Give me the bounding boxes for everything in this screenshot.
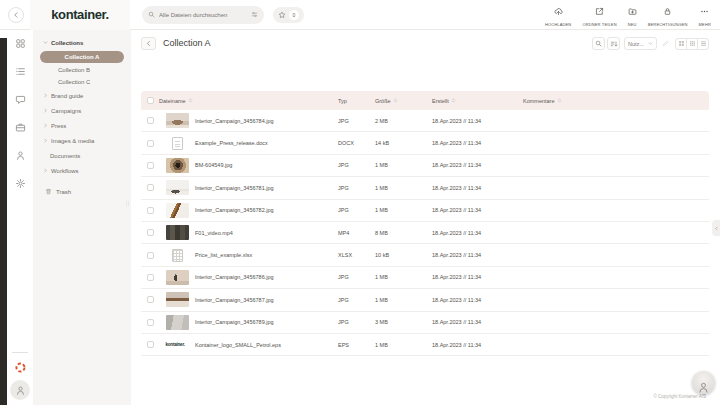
- column-header-dateiname[interactable]: Dateiname: [159, 98, 338, 104]
- sort-button[interactable]: [607, 37, 620, 50]
- edit-icon[interactable]: [662, 40, 669, 47]
- file-type: JPG: [338, 274, 375, 280]
- file-created: 18.Apr.2023 // 11:34: [432, 252, 523, 258]
- view-list-button[interactable]: [697, 38, 709, 50]
- collapsed-panel-strip[interactable]: [0, 38, 7, 405]
- row-checkbox[interactable]: [147, 274, 154, 281]
- file-size: 10 kB: [375, 252, 432, 258]
- column-header-groesse[interactable]: Größe: [375, 98, 432, 104]
- grid-large-icon: [678, 40, 685, 47]
- folder-plus-icon: [628, 2, 637, 20]
- row-checkbox[interactable]: [147, 117, 154, 124]
- sort-arrows-icon: [188, 98, 193, 103]
- list-view-icon[interactable]: [15, 66, 26, 77]
- sidebar-item-brand-guide[interactable]: Brand guide: [33, 88, 131, 103]
- usage-filter-dropdown[interactable]: Nutz...: [624, 37, 657, 50]
- row-checkbox[interactable]: [147, 252, 154, 259]
- row-checkbox[interactable]: [147, 319, 154, 326]
- column-header-erstellt[interactable]: Erstellt: [432, 98, 523, 104]
- file-name: Interior_Campaign_3456781.jpg: [195, 185, 338, 191]
- xlsx-thumbnail: [172, 249, 183, 262]
- star-icon: [278, 11, 286, 19]
- table-row[interactable]: Interior_Campaign_3456786.jpg JPG 1 MB 1…: [141, 267, 709, 289]
- table-row[interactable]: Interior_Campaign_3456784.jpg JPG 2 MB 1…: [141, 110, 709, 132]
- video-thumbnail: [166, 225, 189, 240]
- search-in-folder-button[interactable]: [592, 37, 605, 50]
- view-toggle-group: [675, 38, 709, 50]
- sofa-thumbnail: [166, 113, 189, 128]
- row-checkbox[interactable]: [147, 341, 154, 348]
- file-size: 1 MB: [375, 185, 432, 191]
- settings-gear-icon[interactable]: [15, 178, 26, 189]
- comments-icon[interactable]: [15, 94, 26, 105]
- table-row[interactable]: BM-604549.jpg JPG 1 MB 18.Apr.2023 // 11…: [141, 155, 709, 177]
- filter-sliders-icon[interactable]: [251, 11, 258, 18]
- global-search[interactable]: [142, 6, 264, 24]
- row-checkbox[interactable]: [147, 184, 154, 191]
- column-header-kommentare[interactable]: Kommentare: [523, 98, 709, 104]
- help-support-icon[interactable]: [14, 361, 27, 374]
- file-created: 18.Apr.2023 // 11:34: [432, 162, 523, 168]
- more-button[interactable]: MEHR: [699, 2, 711, 27]
- sidebar-item-documents[interactable]: Documents: [33, 148, 131, 163]
- sidebar-item-campaigns[interactable]: Campaigns: [33, 103, 131, 118]
- person-photo-icon: [697, 381, 710, 394]
- sidebar-resize-handle[interactable]: [124, 200, 131, 208]
- workspace-briefcase-icon[interactable]: [15, 122, 26, 133]
- table-row[interactable]: Interior_Campaign_3456781.jpg JPG 1 MB 1…: [141, 177, 709, 199]
- table-row[interactable]: F01_video.mp4 MP4 8 MB 18.Apr.2023 // 11…: [141, 222, 709, 244]
- new-button[interactable]: NEU: [628, 2, 637, 27]
- table-row[interactable]: Interior_Campaign_3456782.jpg JPG 1 MB 1…: [141, 200, 709, 222]
- row-checkbox[interactable]: [147, 207, 154, 214]
- dashboard-grid-icon[interactable]: [15, 38, 26, 49]
- sidebar-item-trash[interactable]: Trash: [33, 184, 131, 199]
- file-size: 1 MB: [375, 274, 432, 280]
- table-row[interactable]: kontainer. Kontainer_logo_SMALL_Petrol.e…: [141, 334, 709, 356]
- sidebar-item-workflows[interactable]: Workflows: [33, 163, 131, 178]
- sidebar-item-images-media[interactable]: Images & media: [33, 133, 131, 148]
- support-chat-avatar[interactable]: [692, 371, 715, 394]
- sidebar-item-collection-c[interactable]: Collection C: [33, 76, 131, 88]
- search-input[interactable]: [159, 12, 247, 18]
- right-panel-toggle[interactable]: [712, 220, 720, 236]
- row-checkbox[interactable]: [147, 162, 154, 169]
- table-row[interactable]: Interior_Campaign_3456789.jpg JPG 3 MB 1…: [141, 312, 709, 334]
- favorites-button[interactable]: 0: [273, 7, 304, 23]
- select-all-checkbox[interactable]: [147, 97, 154, 104]
- users-icon[interactable]: [15, 150, 26, 161]
- row-checkbox[interactable]: [147, 229, 154, 236]
- file-created: 18.Apr.2023 // 11:34: [432, 207, 523, 213]
- app-logo[interactable]: kontainer.: [30, 0, 130, 30]
- file-name: Example_Press_release.docx: [195, 140, 338, 146]
- upload-button[interactable]: HOCHLADEN: [545, 2, 571, 27]
- rail-divider: [12, 352, 28, 353]
- file-type: JPG: [338, 297, 375, 303]
- account-avatar[interactable]: [10, 380, 30, 400]
- table-row[interactable]: Interior_Campaign_3456787.jpg JPG 1 MB 1…: [141, 289, 709, 311]
- sidebar-item-collection-b[interactable]: Collection B: [33, 64, 131, 76]
- collapse-back-button[interactable]: [8, 7, 24, 23]
- back-button[interactable]: [141, 37, 156, 50]
- action-label: MEHR: [699, 22, 711, 27]
- permissions-button[interactable]: BERECHTIGUNGEN: [648, 2, 688, 27]
- file-type: DOCX: [338, 140, 375, 146]
- row-checkbox[interactable]: [147, 140, 154, 147]
- chevron-right-icon: [43, 168, 48, 173]
- share-folder-button[interactable]: ORDNER TEILEN: [582, 2, 616, 27]
- table-row[interactable]: Price_list_example.xlsx XLSX 10 kB 18.Ap…: [141, 244, 709, 266]
- file-type: JPG: [338, 207, 375, 213]
- table-row[interactable]: Example_Press_release.docx DOCX 14 kB 18…: [141, 132, 709, 154]
- file-type: JPG: [338, 118, 375, 124]
- file-name: Kontainer_logo_SMALL_Petrol.eps: [195, 342, 338, 348]
- favorites-count-badge: 0: [289, 10, 299, 20]
- chevron-left-icon: [714, 226, 719, 231]
- column-header-typ[interactable]: Typ: [338, 98, 375, 104]
- sidebar-item-collection-a[interactable]: Collection A: [40, 51, 124, 63]
- row-checkbox[interactable]: [147, 296, 154, 303]
- page-title: Collection A: [163, 38, 211, 48]
- share-folder-icon: [595, 2, 604, 20]
- sort-arrows-icon: [451, 98, 456, 103]
- grid-small-icon: [689, 40, 696, 47]
- sidebar-item-press[interactable]: Press: [33, 118, 131, 133]
- sidebar-item-collections[interactable]: Collections: [33, 35, 131, 50]
